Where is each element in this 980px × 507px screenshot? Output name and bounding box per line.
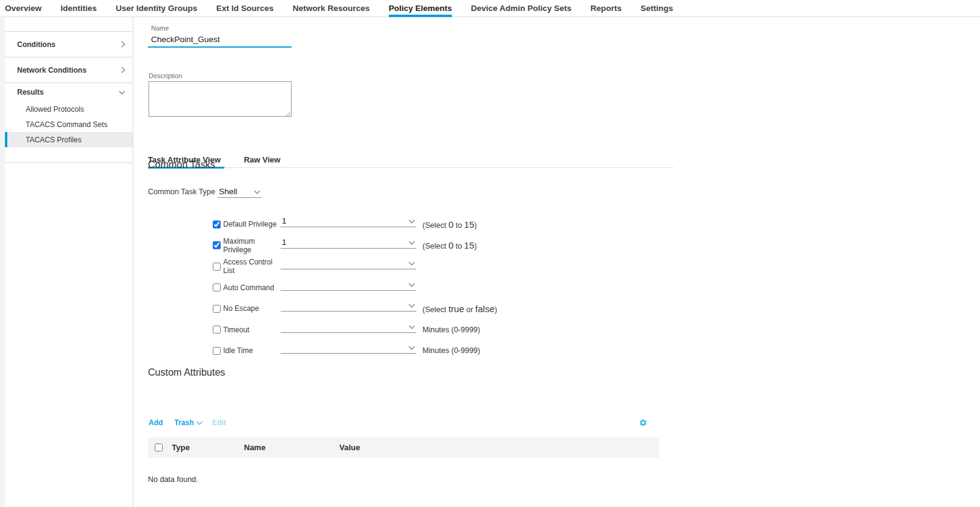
task-label: Timeout xyxy=(223,326,281,334)
task-hint: Minutes (0-9999) xyxy=(422,346,481,355)
sidebar-section: Conditions xyxy=(5,31,133,57)
access-control-list-checkbox[interactable] xyxy=(213,263,221,271)
task-row-idle-time: Idle TimeMinutes (0-9999) xyxy=(148,340,674,362)
description-field: Description xyxy=(149,72,292,119)
custom-attributes-table: TypeNameValue xyxy=(148,437,659,458)
task-row-access-control-list: Access Control List xyxy=(148,256,674,277)
auto-command-checkbox[interactable] xyxy=(213,283,221,291)
sidebar-section-network-conditions[interactable]: Network Conditions xyxy=(5,57,133,82)
task-label: Auto Command xyxy=(223,283,281,292)
common-tasks-heading: Common Tasks xyxy=(148,159,215,170)
tab-raw-view[interactable]: Raw View xyxy=(244,156,282,167)
sidebar-item-allowed-protocols[interactable]: Allowed Protocols xyxy=(5,101,133,117)
chevron-down-icon xyxy=(197,418,203,425)
description-textarea[interactable] xyxy=(149,81,292,117)
default-privilege-select[interactable]: 1 xyxy=(281,215,416,227)
sidebar-section-label: Results xyxy=(17,88,43,97)
custom-attributes-heading: Custom Attributes xyxy=(148,367,225,378)
nav-item-settings[interactable]: Settings xyxy=(641,0,673,16)
common-tasks-list: Default Privilege1(Select 0 to 15)Maximu… xyxy=(148,214,674,362)
task-label: No Escape xyxy=(223,304,281,313)
chevron-down-icon xyxy=(409,302,415,308)
no-escape-checkbox[interactable] xyxy=(213,305,221,313)
nav-item-overview[interactable]: Overview xyxy=(5,0,42,16)
nav-item-device-admin-policy-sets[interactable]: Device Admin Policy Sets xyxy=(471,0,572,16)
sidebar-section-results[interactable]: Results xyxy=(5,83,133,101)
sidebar: ConditionsNetwork ConditionsResultsAllow… xyxy=(5,17,133,507)
chevron-right-icon xyxy=(119,67,125,73)
task-label: Access Control List xyxy=(223,258,281,275)
select-value: 1 xyxy=(281,236,416,249)
nav-item-network-resources[interactable]: Network Resources xyxy=(293,0,370,16)
chevron-down-icon xyxy=(409,280,415,286)
task-row-maximum-privilege: Maximum Privilege1(Select 0 to 15) xyxy=(148,235,674,257)
timeout-select[interactable] xyxy=(281,321,416,333)
name-label: Name xyxy=(148,24,292,32)
access-control-list-select[interactable] xyxy=(281,257,416,269)
chevron-down-icon xyxy=(409,260,415,266)
edit-button[interactable]: Edit xyxy=(212,418,226,427)
sidebar-section: ResultsAllowed ProtocolsTACACS Command S… xyxy=(5,82,133,163)
task-label: Default Privilege xyxy=(223,220,281,228)
task-row-no-escape: No Escape(Select true or false) xyxy=(148,298,674,319)
common-task-type-row: Common Task Type Shell xyxy=(148,186,262,198)
sidebar-item-tacacs-profiles[interactable]: TACACS Profiles xyxy=(5,132,133,147)
no-escape-select[interactable] xyxy=(281,299,416,312)
task-hint: (Select 0 to 15) xyxy=(422,219,477,230)
idle-time-select[interactable] xyxy=(281,341,416,354)
maximum-privilege-select[interactable]: 1 xyxy=(281,236,416,249)
trash-button-label: Trash xyxy=(174,418,194,427)
task-label: Idle Time xyxy=(223,346,281,355)
task-hint: (Select true or false) xyxy=(422,304,497,314)
add-button[interactable]: Add xyxy=(149,418,163,427)
name-input[interactable] xyxy=(148,34,292,48)
top-nav: OverviewIdentitiesUser Identity GroupsEx… xyxy=(0,0,980,17)
select-all-checkbox[interactable] xyxy=(155,443,163,451)
auto-command-select[interactable] xyxy=(281,279,416,291)
common-task-type-select[interactable]: Shell xyxy=(218,186,262,198)
description-label: Description xyxy=(149,72,292,79)
chevron-down-icon xyxy=(409,323,415,329)
timeout-checkbox[interactable] xyxy=(213,326,221,334)
task-row-timeout: TimeoutMinutes (0-9999) xyxy=(148,319,674,341)
task-hint: Minutes (0-9999) xyxy=(422,326,481,334)
task-row-default-privilege: Default Privilege1(Select 0 to 15) xyxy=(148,214,674,235)
chevron-right-icon xyxy=(119,42,125,48)
view-tabs: Task Attribute ViewRaw View xyxy=(148,156,674,168)
sidebar-spacer xyxy=(5,17,133,31)
nav-item-identities[interactable]: Identities xyxy=(61,0,97,16)
task-row-auto-command: Auto Command xyxy=(148,277,674,299)
nav-item-ext-id-sources[interactable]: Ext Id Sources xyxy=(216,0,274,16)
custom-attributes-toolbar: Add Trash Edit xyxy=(148,418,674,431)
empty-table-message: No data found. xyxy=(148,475,198,484)
column-header-name: Name xyxy=(244,443,339,452)
trash-button[interactable]: Trash xyxy=(174,418,202,427)
sidebar-section-label: Conditions xyxy=(17,40,56,49)
idle-time-checkbox[interactable] xyxy=(213,347,221,355)
settings-gear-icon[interactable] xyxy=(639,418,647,427)
sidebar-item-tacacs-command-sets[interactable]: TACACS Command Sets xyxy=(5,117,133,132)
chevron-down-icon xyxy=(119,88,125,94)
left-gutter xyxy=(0,17,5,507)
sidebar-section-label: Network Conditions xyxy=(17,66,86,75)
chevron-down-icon xyxy=(409,344,415,350)
name-field: Name xyxy=(148,24,292,48)
nav-item-policy-elements[interactable]: Policy Elements xyxy=(389,0,452,16)
select-value: 1 xyxy=(281,215,416,227)
common-task-type-label: Common Task Type xyxy=(148,188,218,198)
maximum-privilege-checkbox[interactable] xyxy=(213,241,221,249)
task-label: Maximum Privilege xyxy=(223,237,281,254)
column-header-type: Type xyxy=(172,443,244,452)
nav-item-user-identity-groups[interactable]: User Identity Groups xyxy=(116,0,197,16)
nav-item-reports[interactable]: Reports xyxy=(591,0,622,16)
sidebar-section-conditions[interactable]: Conditions xyxy=(5,32,133,57)
task-hint: (Select 0 to 15) xyxy=(422,240,477,250)
default-privilege-checkbox[interactable] xyxy=(213,221,221,228)
sidebar-section: Network Conditions xyxy=(5,57,133,82)
table-header-row: TypeNameValue xyxy=(148,437,659,458)
column-header-value: Value xyxy=(339,443,659,452)
main-content: Name Description Task Attribute ViewRaw … xyxy=(148,17,686,507)
